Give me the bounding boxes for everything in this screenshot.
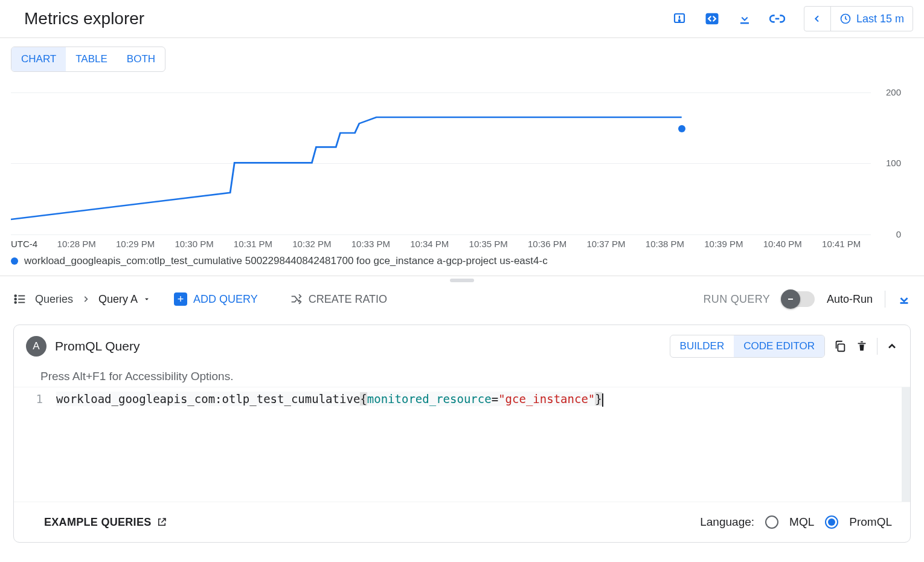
radio-mql[interactable] — [765, 515, 778, 529]
query-avatar: A — [26, 336, 47, 357]
tab-code-editor[interactable]: CODE EDITOR — [734, 335, 824, 357]
tok-string: "gce_instance" — [498, 392, 595, 405]
query-card-header: A PromQL Query BUILDER CODE EDITOR — [14, 325, 910, 367]
time-range-picker[interactable]: Last 15 m — [831, 7, 913, 31]
chart-plot[interactable]: 200 100 0 — [11, 78, 913, 235]
tab-both[interactable]: BOTH — [117, 47, 165, 71]
x-tick: 10:37 PM — [577, 239, 635, 249]
clock-icon — [839, 13, 852, 25]
divider — [877, 338, 877, 355]
add-query-button[interactable]: + ADD QUERY — [174, 292, 258, 306]
legend-series-label: workload_googleapis_com:otlp_test_cumula… — [24, 255, 548, 267]
add-query-label: ADD QUERY — [193, 293, 258, 306]
svg-rect-14 — [838, 344, 844, 351]
current-query-dropdown[interactable]: Query A — [98, 293, 151, 306]
queries-toolbar-left: Queries Query A + ADD QUERY CREATE RATIO — [13, 292, 387, 306]
current-query-label: Query A — [98, 293, 138, 306]
x-tick: 10:39 PM — [695, 239, 753, 249]
queries-toolbar: Queries Query A + ADD QUERY CREATE RATIO… — [0, 285, 924, 314]
tok-attr: monitored_resource — [367, 392, 492, 405]
delete-icon[interactable] — [855, 340, 868, 353]
external-link-icon — [156, 517, 167, 528]
x-tick: 10:41 PM — [812, 239, 870, 249]
query-card-header-right: BUILDER CODE EDITOR — [670, 335, 898, 358]
time-range-label: Last 15 m — [856, 13, 904, 25]
download-icon[interactable] — [734, 8, 756, 30]
time-range-group: Last 15 m — [804, 6, 913, 31]
legend-color-dot — [11, 257, 18, 265]
page-title: Metrics explorer — [24, 9, 144, 28]
list-icon — [13, 292, 27, 306]
copy-icon[interactable] — [833, 340, 847, 353]
tok-metric: workload_googleapis_com:otlp_test_cumula… — [56, 392, 360, 405]
x-axis: UTC-4 10:28 PM 10:29 PM 10:30 PM 10:31 P… — [11, 235, 871, 251]
x-tick: 10:35 PM — [459, 239, 518, 249]
x-tick: 10:31 PM — [223, 239, 282, 249]
auto-run-toggle[interactable] — [782, 291, 815, 307]
tab-table[interactable]: TABLE — [66, 47, 117, 71]
create-ratio-button[interactable]: CREATE RATIO — [289, 292, 387, 306]
code-line[interactable]: workload_googleapis_com:otlp_test_cumula… — [50, 387, 902, 502]
queries-toolbar-right: RUN QUERY Auto-Run — [704, 291, 911, 308]
x-tick: 10:34 PM — [400, 239, 459, 249]
query-card-header-left: A PromQL Query — [26, 336, 140, 357]
create-ratio-label: CREATE RATIO — [309, 293, 387, 306]
collapse-card-icon[interactable] — [886, 340, 898, 352]
example-queries-label: EXAMPLE QUERIES — [44, 516, 152, 529]
tok-rbrace: } — [595, 392, 602, 405]
auto-run-label: Auto-Run — [827, 293, 873, 306]
x-tick: 10:38 PM — [635, 239, 694, 249]
line-number: 1 — [14, 387, 50, 502]
x-tick: 10:28 PM — [47, 239, 106, 249]
chart-line — [11, 78, 871, 235]
x-tick: 10:30 PM — [165, 239, 223, 249]
x-tick: 10:40 PM — [753, 239, 812, 249]
time-range-prev[interactable] — [804, 7, 831, 31]
svg-point-7 — [14, 299, 16, 300]
query-card: A PromQL Query BUILDER CODE EDITOR Press… — [13, 325, 911, 543]
header: Metrics explorer Last 15 m — [0, 0, 924, 38]
x-tick: 10:32 PM — [283, 239, 341, 249]
language-selector: Language: MQL PromQL — [700, 515, 892, 529]
code-editor[interactable]: 1 workload_googleapis_com:otlp_test_cumu… — [14, 387, 910, 502]
minimap[interactable] — [902, 387, 910, 502]
x-tick: 10:36 PM — [518, 239, 576, 249]
svg-point-8 — [14, 302, 16, 303]
tab-builder[interactable]: BUILDER — [670, 335, 734, 357]
y-tick: 100 — [886, 158, 901, 168]
view-tabs-row: CHART TABLE BOTH — [0, 38, 924, 72]
view-tabs: CHART TABLE BOTH — [11, 47, 165, 72]
svg-point-6 — [14, 295, 16, 297]
accessibility-hint: Press Alt+F1 for Accessibility Options. — [14, 367, 910, 387]
example-queries-link[interactable]: EXAMPLE QUERIES — [44, 516, 167, 529]
code-icon[interactable] — [701, 8, 723, 30]
feedback-icon[interactable] — [669, 8, 690, 30]
chart-area: 200 100 0 UTC-4 10:28 PM 10:29 PM 10:30 … — [11, 78, 913, 276]
link-icon[interactable] — [766, 8, 788, 30]
radio-promql[interactable] — [825, 515, 838, 529]
y-tick: 0 — [896, 229, 901, 239]
svg-point-2 — [679, 20, 680, 21]
y-tick: 200 — [886, 87, 901, 97]
collapse-all-icon[interactable] — [897, 292, 911, 306]
queries-label[interactable]: Queries — [35, 293, 73, 306]
run-query-button[interactable]: RUN QUERY — [704, 293, 770, 306]
query-card-title: PromQL Query — [55, 339, 140, 354]
text-cursor — [602, 393, 603, 407]
timezone-label: UTC-4 — [11, 239, 47, 249]
chart-legend[interactable]: workload_googleapis_com:otlp_test_cumula… — [11, 251, 913, 276]
lang-promql-label: PromQL — [849, 515, 892, 529]
svg-rect-4 — [740, 22, 749, 24]
tab-chart[interactable]: CHART — [11, 47, 66, 71]
tok-eq: = — [492, 392, 498, 405]
lang-mql-label: MQL — [789, 515, 814, 529]
header-actions: Last 15 m — [669, 6, 913, 31]
pane-resize-handle[interactable] — [0, 276, 924, 285]
merge-icon — [289, 292, 303, 306]
divider — [885, 291, 885, 308]
editor-mode-tabs: BUILDER CODE EDITOR — [670, 335, 825, 358]
plus-icon: + — [174, 292, 187, 306]
tok-lbrace: { — [360, 392, 367, 405]
caret-down-icon — [143, 295, 151, 303]
chart-end-point — [678, 125, 685, 132]
